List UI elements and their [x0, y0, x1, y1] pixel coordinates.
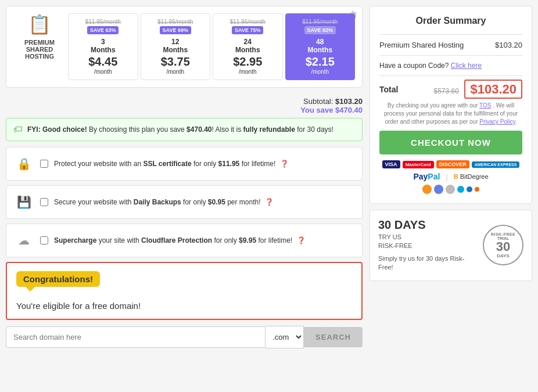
subtotal-row: Subtotal: $103.20 You save $470.40 [6, 93, 363, 118]
divider-dot: | [446, 172, 447, 181]
green-notice-text: FYI: Good choice! By choosing this plan … [27, 125, 333, 134]
hosting-title: PREMIUM SHARED HOSTING [13, 39, 66, 60]
plan-3mo-original: $11.95/month [85, 19, 121, 25]
coupon-row: Have a coupon Code? Click here [379, 62, 522, 70]
plan-24mo-price: $2.95 [233, 55, 262, 69]
hosting-icon: 📋 [28, 13, 51, 35]
coupon-text: Have a coupon Code? [379, 62, 449, 70]
right-panel: Order Summary Premium Shared Hosting $10… [370, 6, 532, 348]
risk-free-days: 30 DAYS [378, 218, 476, 232]
summary-item-label: Premium Shared Hosting [379, 41, 464, 49]
total-row: Total $573.60 $103.20 [379, 82, 522, 97]
tos-link[interactable]: TOS [479, 102, 491, 109]
dash-icon [467, 186, 472, 192]
plan-12mo-per-month: /month [166, 69, 184, 75]
ssl-text: Protect your website with an SSL certifi… [54, 160, 355, 168]
plan-3mo-save: SAVE 63% [87, 26, 119, 34]
plan-24mo[interactable]: $11.95/month SAVE 75% 24Months $2.95 /mo… [213, 13, 283, 80]
risk-free-card: 30 DAYS TRY US RISK-FREE Simply try us f… [370, 210, 532, 281]
tos-text: By checking out you agree with our TOS .… [379, 102, 522, 126]
risk-free-tagline: TRY US RISK-FREE [378, 233, 476, 251]
plan-3mo[interactable]: $11.95/month SAVE 63% 3Months $4.45 /mon… [68, 13, 138, 80]
monero-icon [475, 187, 479, 192]
checkout-button[interactable]: CHECKOUT NOW [379, 131, 522, 154]
domain-search: .com .net .org .io SEARCH [6, 326, 363, 348]
summary-item-price: $103.20 [495, 41, 522, 49]
addon-backup: 💾 Secure your website with Daily Backups… [6, 185, 363, 219]
plan-3mo-price: $4.45 [88, 55, 117, 69]
order-summary-card: Order Summary Premium Shared Hosting $10… [370, 6, 532, 204]
privacy-link[interactable]: Privacy Policy [479, 118, 515, 125]
discover-icon: DISCOVER [436, 160, 469, 168]
hosting-plans-card: 🗑 📋 PREMIUM SHARED HOSTING $11.95/month … [6, 6, 363, 88]
summary-item-row: Premium Shared Hosting $103.20 [379, 41, 522, 49]
hosting-label: 📋 PREMIUM SHARED HOSTING [13, 13, 66, 60]
ripple-icon [457, 186, 464, 193]
cloudflare-text: Supercharge your site with Cloudflare Pr… [54, 236, 355, 244]
total-original-price: $573.60 [433, 87, 458, 95]
plan-48mo-save: SAVE 82% [304, 26, 336, 34]
plan-24mo-months: 24Months [235, 38, 260, 54]
plan-12mo-save: SAVE 69% [160, 26, 191, 34]
mastercard-icon: MasterCard [403, 161, 434, 168]
plan-3mo-per-month: /month [94, 69, 112, 75]
stamp-line1: RISK-FREE [491, 232, 515, 236]
plan-48mo[interactable]: $11.95/month SAVE 82% 48Months $2.15 /mo… [285, 13, 356, 80]
crypto-icons [379, 185, 522, 194]
total-final-price: $103.20 [464, 80, 522, 99]
domain-extension-select[interactable]: .com .net .org .io [266, 326, 304, 348]
risk-free-description: Simply try us for 30 days Risk-Free! [378, 254, 476, 272]
plan-24mo-original: $11.95/month [230, 19, 266, 25]
ethereum-icon [434, 185, 443, 194]
plan-12mo-price: $3.75 [161, 55, 190, 69]
risk-free-text: 30 DAYS TRY US RISK-FREE Simply try us f… [378, 218, 476, 272]
tag-icon: 🏷 [13, 124, 23, 135]
amex-icon: AMERICAN EXPRESS [472, 161, 520, 168]
bitcoin-icon [422, 185, 432, 194]
ssl-icon: 🔒 [13, 153, 34, 174]
addon-cloudflare: ☁ Supercharge your site with Cloudflare … [6, 224, 363, 257]
litecoin-icon [446, 185, 455, 194]
total-amounts: $573.60 $103.20 [433, 82, 522, 97]
you-save-text: You save $470.40 [300, 106, 363, 114]
backup-icon: 💾 [13, 192, 34, 213]
plan-24mo-save: SAVE 75% [232, 26, 263, 34]
plan-48mo-per-month: /month [311, 69, 329, 75]
congrats-badge: Congratulations! [16, 271, 100, 287]
plan-24mo-per-month: /month [239, 69, 257, 75]
backup-text: Secure your website with Daily Backups f… [54, 198, 355, 206]
plan-12mo-months: 12Months [163, 38, 188, 54]
visa-icon: VISA [382, 160, 400, 168]
congrats-text: You're eligible for a free domain! [16, 301, 352, 311]
green-notice: 🏷 FYI: Good choice! By choosing this pla… [6, 118, 363, 141]
plan-48mo-price: $2.15 [306, 55, 335, 69]
stamp-number: 30 [496, 240, 510, 253]
paypal-icon: PayPal [413, 172, 440, 181]
domain-search-button[interactable]: SEARCH [304, 327, 363, 347]
order-summary-title: Order Summary [379, 16, 522, 26]
coupon-link[interactable]: Click here [451, 62, 482, 70]
payment-icons: VISA MasterCard DISCOVER AMERICAN EXPRES… [379, 160, 522, 168]
bitdegree-icon: B BitDegree [454, 173, 489, 180]
plan-12mo[interactable]: $11.95/month SAVE 69% 12Months $3.75 /mo… [141, 13, 211, 80]
congrats-box: Congratulations! You're eligible for a f… [6, 262, 363, 320]
left-panel: 🗑 📋 PREMIUM SHARED HOSTING $11.95/month … [6, 6, 363, 348]
ssl-checkbox[interactable] [40, 160, 48, 168]
stamp-days: DAYS [497, 253, 510, 258]
plan-12mo-original: $11.95/month [157, 19, 193, 25]
risk-stamp: RISK-FREE TRIAL 30 DAYS [483, 225, 523, 265]
backup-checkbox[interactable] [40, 198, 48, 206]
plan-48mo-original: $11.95/month [302, 19, 338, 25]
cloudflare-checkbox[interactable] [40, 236, 48, 244]
paypal-bitdegree-row: PayPal | B BitDegree [379, 172, 522, 181]
total-label: Total [379, 85, 398, 94]
subtotal-text: Subtotal: $103.20 [303, 97, 363, 106]
domain-search-input[interactable] [6, 326, 266, 348]
plan-48mo-months: 48Months [307, 38, 332, 54]
plan-3mo-months: 3Months [91, 38, 116, 54]
addon-ssl: 🔒 Protect your website with an SSL certi… [6, 147, 363, 181]
cloudflare-icon: ☁ [13, 230, 34, 251]
